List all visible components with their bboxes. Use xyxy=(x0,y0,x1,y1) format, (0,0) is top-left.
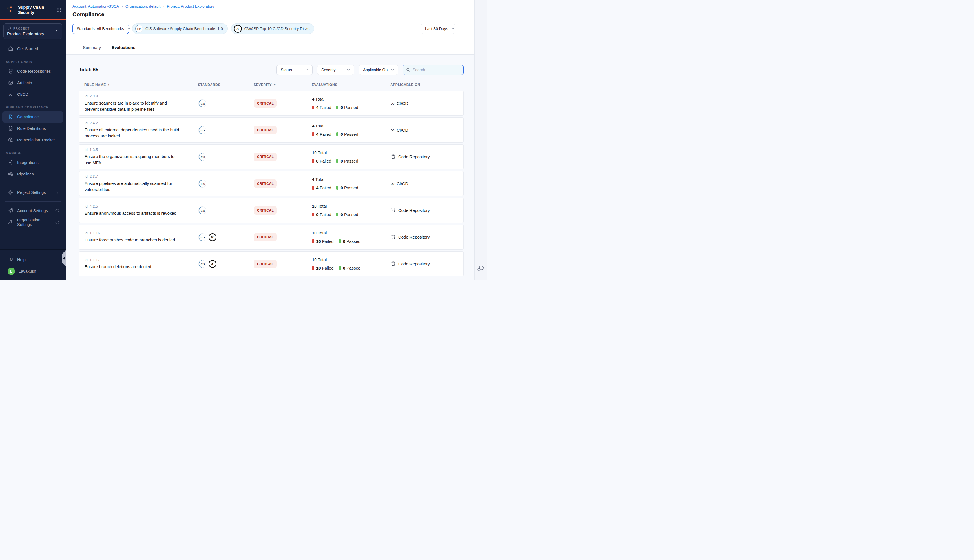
standards-select[interactable]: Standards: All Benchmarks xyxy=(72,24,129,34)
total-value: 4 xyxy=(312,177,314,182)
passed-indicator xyxy=(336,106,339,109)
passed-value: 0 xyxy=(340,185,343,190)
applicable-on-label: Code Repository xyxy=(398,235,430,240)
standards-cell xyxy=(198,99,254,108)
rule-cell: Id: 1.1.16 Ensure force pushes code to b… xyxy=(85,231,198,243)
severity-badge: CRITICAL xyxy=(254,99,277,108)
infinity-icon: ∞ xyxy=(8,92,13,97)
standards-cell xyxy=(198,126,254,134)
info-icon[interactable] xyxy=(55,208,60,213)
severity-badge: CRITICAL xyxy=(254,126,277,134)
passed-value: 0 xyxy=(340,132,343,137)
rule-cell: Id: 2.3.7 Ensure pipelines are automatic… xyxy=(85,174,198,193)
cis-logo-icon xyxy=(198,126,207,134)
standards-cell xyxy=(198,233,254,242)
sidebar-item-get-started[interactable]: Get Started xyxy=(2,43,63,54)
sidebar-item-rule-definitions[interactable]: Rule Definitions xyxy=(2,123,63,134)
failed-label: Failed xyxy=(320,185,332,190)
page-title: Compliance xyxy=(72,11,467,18)
table-row[interactable]: Id: 2.3.8 Ensure scanners are in place t… xyxy=(79,91,464,116)
sidebar-item-compliance[interactable]: Compliance xyxy=(2,111,63,123)
passed-label: Passed xyxy=(344,185,358,190)
total-label: Total xyxy=(315,123,324,128)
sidebar-item-artifacts[interactable]: Artifacts xyxy=(2,77,63,88)
status-filter-label: Status xyxy=(281,68,292,72)
sidebar-item-project-settings[interactable]: Project Settings xyxy=(2,187,63,198)
failed-indicator xyxy=(312,132,314,136)
chip-label: OWASP Top 10 CI/CD Security Risks xyxy=(244,27,310,31)
passed-stat: 0 Passed xyxy=(336,185,358,190)
applicable-on-label: CI/CD xyxy=(397,101,409,106)
severity-badge: CRITICAL xyxy=(254,206,277,215)
sidebar-item-help[interactable]: Help xyxy=(2,254,63,265)
toolbar-filters: Status Severity Applicable On xyxy=(277,65,464,75)
code-repository-icon xyxy=(390,154,396,160)
chip-cis-benchmark[interactable]: CIS Software Supply Chain Benchmarks 1.0 xyxy=(132,23,228,34)
clipboard-check-icon xyxy=(8,126,13,132)
table-row[interactable]: Id: 2.3.7 Ensure pipelines are automatic… xyxy=(79,171,464,196)
failed-stat: 4 Failed xyxy=(312,132,331,137)
sidebar-item-label: Account Settings xyxy=(17,208,48,213)
applicable-on-filter-select[interactable]: Applicable On xyxy=(359,65,398,75)
info-icon[interactable] xyxy=(55,220,60,225)
rule-id: Id: 2.3.7 xyxy=(85,174,180,178)
failed-label: Failed xyxy=(322,266,334,270)
rule-id: Id: 4.2.5 xyxy=(85,204,180,208)
table-row[interactable]: Id: 1.3.5 Ensure the organization is req… xyxy=(79,144,464,169)
sidebar-item-label: Compliance xyxy=(17,115,39,119)
brand-divider xyxy=(0,19,66,20)
project-selector[interactable]: PROJECT Product Exploratory xyxy=(3,23,62,39)
applicable-on-cell: Code Repository xyxy=(390,234,463,240)
evaluations-cell: 4 Total 4 Failed 0 Passed xyxy=(312,123,390,137)
applicable-on-label: CI/CD xyxy=(397,181,409,186)
table-row[interactable]: Id: 4.2.5 Ensure anonymous access to art… xyxy=(79,198,464,223)
severity-filter-select[interactable]: Severity xyxy=(317,65,354,75)
sidebar-item-pipelines[interactable]: Pipelines xyxy=(2,168,63,180)
passed-indicator xyxy=(336,186,339,190)
tab-evaluations[interactable]: Evaluations xyxy=(110,40,137,54)
column-severity[interactable]: SEVERITY ▼ xyxy=(254,83,312,87)
sidebar-footer: Help L Lavakush xyxy=(0,249,66,280)
table-row[interactable]: Id: 1.1.17 Ensure branch deletions are d… xyxy=(79,251,464,276)
search-input[interactable] xyxy=(413,68,460,72)
applicable-on-cell: Code Repository xyxy=(390,154,463,160)
layers-gear-icon xyxy=(8,208,13,214)
sidebar-item-remediation-tracker[interactable]: Remediation Tracker xyxy=(2,134,63,146)
total-count: Total: 65 xyxy=(79,67,98,73)
total-label: Total xyxy=(318,230,327,235)
breadcrumb-organization[interactable]: Organization: default xyxy=(125,4,161,8)
tab-summary[interactable]: Summary xyxy=(82,40,102,54)
failed-stat: 10 Failed xyxy=(312,239,334,244)
sidebar-item-organization-settings[interactable]: Organization Settings xyxy=(2,217,63,228)
table-row[interactable]: Id: 1.1.16 Ensure force pushes code to b… xyxy=(79,225,464,250)
chevron-down-icon xyxy=(305,68,309,72)
total-label: Total xyxy=(318,257,327,262)
artifacts-box-icon xyxy=(8,80,13,86)
user-menu[interactable]: L Lavakush xyxy=(2,266,63,277)
chip-owasp-top10[interactable]: OWASP Top 10 CI/CD Security Risks xyxy=(231,23,315,34)
failed-value: 4 xyxy=(316,185,319,190)
sidebar-item-cicd[interactable]: ∞ CI/CD xyxy=(2,89,63,100)
table-row[interactable]: Id: 2.4.2 Ensure all external dependenci… xyxy=(79,117,464,143)
passed-value: 0 xyxy=(340,212,343,217)
applicable-on-label: Code Repository xyxy=(398,262,430,266)
sidebar-item-integrations[interactable]: Integrations xyxy=(2,157,63,168)
column-rule-name[interactable]: RULE NAME ▲▼ xyxy=(84,83,198,87)
project-name: Product Exploratory xyxy=(7,31,54,36)
sidebar-item-code-repositories[interactable]: Code Repositories xyxy=(2,66,63,77)
column-evaluations: EVALUATIONS xyxy=(312,83,390,87)
rule-id: Id: 1.1.16 xyxy=(85,231,180,235)
evaluations-cell: 10 Total 10 Failed 0 Passed xyxy=(312,230,390,244)
sidebar-item-account-settings[interactable]: Account Settings xyxy=(2,205,63,216)
feedback-chat-icon[interactable] xyxy=(477,265,484,272)
applicable-on-cell: Code Repository xyxy=(390,208,463,213)
rule-title: Ensure anonymous access to artifacts is … xyxy=(85,210,180,216)
status-filter-select[interactable]: Status xyxy=(277,65,312,75)
date-range-select[interactable]: Last 30 Days xyxy=(421,24,455,34)
passed-indicator xyxy=(336,213,339,216)
evaluations-cell: 4 Total 4 Failed 0 Passed xyxy=(312,177,390,190)
breadcrumb-account[interactable]: Account: Automation-SSCA xyxy=(72,4,119,8)
app-switcher-grid-icon[interactable] xyxy=(56,7,62,13)
breadcrumb-project[interactable]: Project: Product Exploratory xyxy=(167,4,214,8)
cis-logo-icon xyxy=(198,153,207,161)
